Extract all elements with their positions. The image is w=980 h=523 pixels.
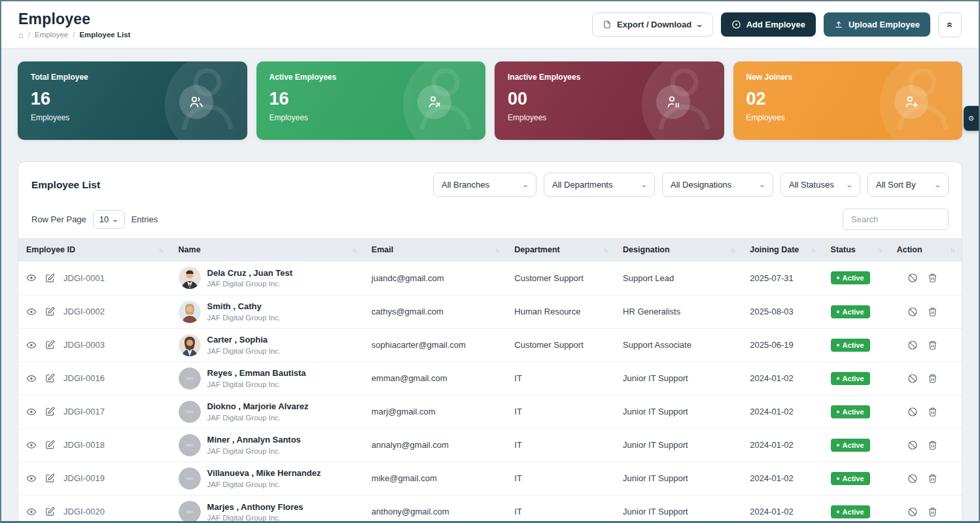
delete-icon[interactable] bbox=[928, 473, 937, 484]
export-download-button[interactable]: Export / Download ⌄ bbox=[592, 12, 713, 37]
employee-id: JDGI-0002 bbox=[63, 307, 105, 316]
deactivate-icon[interactable] bbox=[907, 473, 918, 484]
employee-company: JAF Digital Group Inc. bbox=[207, 414, 309, 422]
sort-icon[interactable]: ↑↓ bbox=[811, 246, 815, 254]
column-header-action[interactable]: Action↑↓ bbox=[889, 238, 962, 262]
employee-designation: HR Generalists bbox=[623, 307, 680, 316]
sort-icon[interactable]: ↑↓ bbox=[352, 246, 356, 254]
employee-email: anthony@gmail.com bbox=[372, 507, 449, 516]
edit-icon[interactable] bbox=[45, 407, 55, 416]
deactivate-icon[interactable] bbox=[907, 373, 918, 384]
employee-email: mike@gmail.com bbox=[372, 473, 437, 483]
employee-email: annalyn@gmail.com bbox=[372, 440, 449, 450]
employee-designation: Junior IT Support bbox=[623, 473, 688, 483]
deactivate-icon[interactable] bbox=[907, 507, 918, 517]
filter-branches[interactable]: All Branches⌄ bbox=[433, 173, 536, 197]
view-icon[interactable] bbox=[26, 307, 37, 317]
chevron-down-icon: ⌄ bbox=[696, 21, 704, 28]
filter-statuses[interactable]: All Statuses⌄ bbox=[780, 173, 860, 197]
employee-email: marj@gmail.com bbox=[372, 407, 436, 416]
delete-icon[interactable] bbox=[928, 340, 937, 350]
status-badge: Active bbox=[831, 472, 870, 485]
edit-icon[interactable] bbox=[45, 507, 55, 516]
edit-icon[interactable] bbox=[45, 273, 55, 283]
delete-icon[interactable] bbox=[928, 373, 937, 384]
table-row: JDGI-0020Marjes , Anthony FloresJAF Digi… bbox=[18, 495, 962, 523]
filter-sort-by[interactable]: All Sort By⌄ bbox=[867, 173, 949, 197]
view-icon[interactable] bbox=[26, 440, 37, 450]
column-header-joining-date[interactable]: Joining Date↑↓ bbox=[742, 238, 822, 262]
upload-employee-button[interactable]: Upload Employee bbox=[824, 12, 930, 37]
rows-per-page-select[interactable]: 10 ⌄ bbox=[93, 210, 125, 229]
rows-per-page: Row Per Page 10 ⌄ Entries bbox=[31, 210, 158, 229]
sort-icon[interactable]: ↑↓ bbox=[495, 246, 499, 254]
table-row: JDGI-0001Dela Cruz , Juan TestJAF Digita… bbox=[18, 262, 962, 295]
joining-date: 2024-01-02 bbox=[750, 473, 794, 483]
edit-icon[interactable] bbox=[45, 340, 55, 350]
status-badge: Active bbox=[831, 505, 870, 518]
view-icon[interactable] bbox=[26, 340, 37, 350]
collapse-header-button[interactable]: « bbox=[938, 12, 962, 37]
deactivate-icon[interactable] bbox=[907, 440, 918, 450]
deactivate-icon[interactable] bbox=[907, 307, 918, 317]
edit-icon[interactable] bbox=[45, 440, 55, 450]
user-plus-icon bbox=[894, 85, 928, 119]
stat-label: Active Employees bbox=[270, 73, 473, 82]
filter-designations[interactable]: All Designations⌄ bbox=[662, 173, 773, 197]
settings-side-tab[interactable]: ⚙ bbox=[964, 106, 979, 131]
avatar bbox=[179, 334, 201, 356]
status-badge: Active bbox=[831, 271, 870, 284]
breadcrumb-employee[interactable]: Employee bbox=[35, 31, 68, 39]
employee-department: IT bbox=[514, 473, 522, 483]
employee-email: juandc@gmail.com bbox=[372, 273, 444, 283]
employee-designation: Junior IT Support bbox=[623, 373, 688, 383]
chevron-down-icon: ⌄ bbox=[758, 181, 766, 188]
column-header-email[interactable]: Email↑↓ bbox=[364, 238, 506, 262]
sort-icon[interactable]: ↑↓ bbox=[730, 246, 734, 254]
employee-name: Reyes , Emman Bautista bbox=[207, 368, 306, 379]
search-input[interactable] bbox=[843, 209, 949, 230]
deactivate-icon[interactable] bbox=[907, 340, 918, 350]
edit-icon[interactable] bbox=[45, 473, 55, 483]
delete-icon[interactable] bbox=[928, 407, 937, 417]
chevron-down-icon: ⌄ bbox=[640, 181, 648, 188]
sort-icon[interactable]: ↑↓ bbox=[877, 246, 881, 254]
stat-card-new-joiners: New Joiners02Employees bbox=[733, 61, 963, 140]
edit-icon[interactable] bbox=[45, 373, 55, 383]
view-icon[interactable] bbox=[26, 507, 37, 517]
table-row: JDGI-0019Villanueva , Mike HernandezJAF … bbox=[18, 462, 962, 495]
sort-icon[interactable]: ↑↓ bbox=[603, 246, 607, 254]
joining-date: 2025-08-03 bbox=[750, 307, 794, 316]
delete-icon[interactable] bbox=[928, 440, 937, 450]
employee-email: sophiacarter@gmail.com bbox=[372, 340, 466, 350]
view-icon[interactable] bbox=[26, 273, 37, 283]
employee-id: JDGI-0019 bbox=[63, 473, 105, 483]
delete-icon[interactable] bbox=[928, 507, 937, 517]
view-icon[interactable] bbox=[26, 473, 37, 484]
deactivate-icon[interactable] bbox=[907, 407, 918, 417]
column-header-status[interactable]: Status↑↓ bbox=[823, 238, 889, 262]
home-icon[interactable]: ⌂ bbox=[18, 31, 24, 39]
page-header: Employee ⌂ / Employee / Employee List Ex… bbox=[1, 1, 979, 48]
employee-designation: Junior IT Support bbox=[623, 407, 688, 416]
delete-icon[interactable] bbox=[928, 307, 937, 317]
sort-icon[interactable]: ↑↓ bbox=[950, 246, 954, 254]
view-icon[interactable] bbox=[26, 407, 37, 417]
column-header-employee-id[interactable]: Employee ID↑↓ bbox=[18, 238, 171, 262]
add-employee-button[interactable]: Add Employee bbox=[721, 12, 816, 37]
employee-department: IT bbox=[514, 407, 522, 416]
view-icon[interactable] bbox=[26, 373, 37, 384]
column-header-department[interactable]: Department↑↓ bbox=[506, 238, 615, 262]
column-header-name[interactable]: Name↑↓ bbox=[171, 238, 364, 262]
avatar bbox=[179, 267, 201, 289]
deactivate-icon[interactable] bbox=[907, 273, 918, 283]
file-icon bbox=[603, 20, 612, 29]
delete-icon[interactable] bbox=[928, 273, 937, 283]
employee-company: JAF Digital Group Inc. bbox=[207, 514, 304, 522]
table-row: JDGI-0016Reyes , Emman BautistaJAF Digit… bbox=[18, 362, 962, 395]
filter-departments[interactable]: All Departments⌄ bbox=[544, 173, 655, 197]
edit-icon[interactable] bbox=[45, 307, 55, 316]
column-header-designation[interactable]: Designation↑↓ bbox=[615, 238, 742, 262]
sort-icon[interactable]: ↑↓ bbox=[159, 246, 163, 254]
employee-department: IT bbox=[514, 507, 522, 516]
